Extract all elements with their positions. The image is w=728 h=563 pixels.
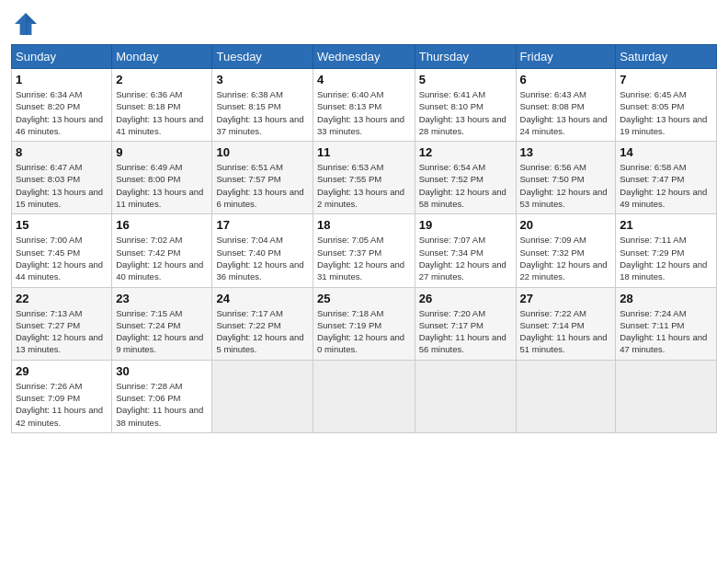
page-container: Sunday Monday Tuesday Wednesday Thursday… [0, 0, 728, 442]
table-row: 20Sunrise: 7:09 AMSunset: 7:32 PMDayligh… [516, 214, 616, 287]
table-row: 4Sunrise: 6:40 AMSunset: 8:13 PMDaylight… [313, 69, 415, 142]
day-number: 7 [620, 73, 712, 86]
table-row: 1Sunrise: 6:34 AMSunset: 8:20 PMDaylight… [12, 69, 112, 142]
calendar-week: 29Sunrise: 7:26 AMSunset: 7:09 PMDayligh… [12, 360, 717, 432]
calendar-week: 15Sunrise: 7:00 AMSunset: 7:45 PMDayligh… [12, 214, 717, 287]
day-info: Sunrise: 6:45 AMSunset: 8:05 PMDaylight:… [620, 88, 712, 137]
table-row: 25Sunrise: 7:18 AMSunset: 7:19 PMDayligh… [313, 287, 415, 360]
table-row: 2Sunrise: 6:36 AMSunset: 8:18 PMDaylight… [112, 69, 212, 142]
col-monday: Monday [112, 45, 212, 69]
day-info: Sunrise: 6:49 AMSunset: 8:00 PMDaylight:… [116, 161, 208, 210]
col-wednesday: Wednesday [313, 45, 415, 69]
col-thursday: Thursday [415, 45, 516, 69]
table-row: 19Sunrise: 7:07 AMSunset: 7:34 PMDayligh… [415, 214, 516, 287]
day-number: 14 [620, 145, 712, 159]
day-info: Sunrise: 6:47 AMSunset: 8:03 PMDaylight:… [16, 161, 108, 210]
calendar-week: 22Sunrise: 7:13 AMSunset: 7:27 PMDayligh… [12, 287, 717, 360]
day-info: Sunrise: 6:51 AMSunset: 7:57 PMDaylight:… [216, 161, 309, 210]
day-number: 2 [116, 73, 208, 86]
day-info: Sunrise: 6:53 AMSunset: 7:55 PMDaylight:… [317, 161, 411, 210]
day-number: 26 [419, 292, 512, 305]
table-row: 10Sunrise: 6:51 AMSunset: 7:57 PMDayligh… [212, 142, 313, 214]
day-info: Sunrise: 7:24 AMSunset: 7:11 PMDaylight:… [620, 307, 712, 356]
day-info: Sunrise: 6:34 AMSunset: 8:20 PMDaylight:… [16, 88, 108, 137]
day-info: Sunrise: 6:54 AMSunset: 7:52 PMDaylight:… [419, 161, 512, 210]
table-row: 26Sunrise: 7:20 AMSunset: 7:17 PMDayligh… [415, 287, 516, 360]
table-row: 11Sunrise: 6:53 AMSunset: 7:55 PMDayligh… [313, 142, 415, 214]
table-row [516, 360, 616, 432]
day-number: 16 [116, 218, 208, 232]
day-number: 13 [520, 145, 612, 159]
day-number: 23 [116, 292, 208, 305]
table-row: 5Sunrise: 6:41 AMSunset: 8:10 PMDaylight… [415, 69, 516, 142]
table-row: 29Sunrise: 7:26 AMSunset: 7:09 PMDayligh… [12, 360, 112, 432]
table-row: 6Sunrise: 6:43 AMSunset: 8:08 PMDaylight… [516, 69, 616, 142]
day-number: 4 [317, 73, 411, 86]
table-row: 30Sunrise: 7:28 AMSunset: 7:06 PMDayligh… [112, 360, 212, 432]
day-info: Sunrise: 6:56 AMSunset: 7:50 PMDaylight:… [520, 161, 612, 210]
day-number: 29 [16, 364, 108, 378]
day-number: 22 [16, 292, 108, 305]
day-number: 25 [317, 292, 411, 305]
day-info: Sunrise: 6:36 AMSunset: 8:18 PMDaylight:… [116, 88, 208, 137]
day-info: Sunrise: 6:38 AMSunset: 8:15 PMDaylight:… [216, 88, 309, 137]
table-row: 15Sunrise: 7:00 AMSunset: 7:45 PMDayligh… [12, 214, 112, 287]
calendar-week: 8Sunrise: 6:47 AMSunset: 8:03 PMDaylight… [12, 142, 717, 214]
day-number: 28 [620, 292, 712, 305]
table-row: 22Sunrise: 7:13 AMSunset: 7:27 PMDayligh… [12, 287, 112, 360]
day-info: Sunrise: 6:40 AMSunset: 8:13 PMDaylight:… [317, 88, 411, 137]
table-row: 7Sunrise: 6:45 AMSunset: 8:05 PMDaylight… [616, 69, 717, 142]
day-number: 17 [216, 218, 309, 232]
table-row: 27Sunrise: 7:22 AMSunset: 7:14 PMDayligh… [516, 287, 616, 360]
day-number: 5 [419, 73, 512, 86]
day-number: 1 [16, 73, 108, 86]
day-number: 8 [16, 145, 108, 159]
day-number: 12 [419, 145, 512, 159]
col-saturday: Saturday [616, 45, 717, 69]
day-info: Sunrise: 7:17 AMSunset: 7:22 PMDaylight:… [216, 307, 309, 356]
day-number: 15 [16, 218, 108, 232]
day-info: Sunrise: 7:13 AMSunset: 7:27 PMDaylight:… [16, 307, 108, 356]
day-info: Sunrise: 7:22 AMSunset: 7:14 PMDaylight:… [520, 307, 612, 356]
day-info: Sunrise: 7:05 AMSunset: 7:37 PMDaylight:… [317, 234, 411, 282]
day-number: 19 [419, 218, 512, 232]
day-info: Sunrise: 7:15 AMSunset: 7:24 PMDaylight:… [116, 307, 208, 356]
day-info: Sunrise: 7:04 AMSunset: 7:40 PMDaylight:… [216, 234, 309, 282]
table-row: 23Sunrise: 7:15 AMSunset: 7:24 PMDayligh… [112, 287, 212, 360]
day-number: 6 [520, 73, 612, 86]
day-info: Sunrise: 6:43 AMSunset: 8:08 PMDaylight:… [520, 88, 612, 137]
calendar-week: 1Sunrise: 6:34 AMSunset: 8:20 PMDaylight… [12, 69, 717, 142]
calendar-table: Sunday Monday Tuesday Wednesday Thursday… [11, 44, 717, 433]
day-info: Sunrise: 7:09 AMSunset: 7:32 PMDaylight:… [520, 234, 612, 282]
day-number: 18 [317, 218, 411, 232]
logo [11, 9, 44, 39]
day-info: Sunrise: 6:41 AMSunset: 8:10 PMDaylight:… [419, 88, 512, 137]
day-number: 27 [520, 292, 612, 305]
day-info: Sunrise: 7:28 AMSunset: 7:06 PMDaylight:… [116, 380, 208, 429]
table-row [313, 360, 415, 432]
day-number: 20 [520, 218, 612, 232]
table-row: 21Sunrise: 7:11 AMSunset: 7:29 PMDayligh… [616, 214, 717, 287]
header-row: Sunday Monday Tuesday Wednesday Thursday… [12, 45, 717, 69]
table-row: 14Sunrise: 6:58 AMSunset: 7:47 PMDayligh… [616, 142, 717, 214]
table-row: 17Sunrise: 7:04 AMSunset: 7:40 PMDayligh… [212, 214, 313, 287]
logo-icon [11, 9, 40, 39]
day-info: Sunrise: 6:58 AMSunset: 7:47 PMDaylight:… [620, 161, 712, 210]
table-row [415, 360, 516, 432]
day-info: Sunrise: 7:11 AMSunset: 7:29 PMDaylight:… [620, 234, 712, 282]
col-tuesday: Tuesday [212, 45, 313, 69]
day-number: 10 [216, 145, 309, 159]
day-number: 21 [620, 218, 712, 232]
day-number: 9 [116, 145, 208, 159]
table-row: 3Sunrise: 6:38 AMSunset: 8:15 PMDaylight… [212, 69, 313, 142]
header [11, 9, 717, 39]
table-row: 8Sunrise: 6:47 AMSunset: 8:03 PMDaylight… [12, 142, 112, 214]
table-row: 28Sunrise: 7:24 AMSunset: 7:11 PMDayligh… [616, 287, 717, 360]
col-friday: Friday [516, 45, 616, 69]
table-row: 13Sunrise: 6:56 AMSunset: 7:50 PMDayligh… [516, 142, 616, 214]
table-row: 9Sunrise: 6:49 AMSunset: 8:00 PMDaylight… [112, 142, 212, 214]
day-number: 30 [116, 364, 208, 378]
table-row: 24Sunrise: 7:17 AMSunset: 7:22 PMDayligh… [212, 287, 313, 360]
table-row: 16Sunrise: 7:02 AMSunset: 7:42 PMDayligh… [112, 214, 212, 287]
day-info: Sunrise: 7:18 AMSunset: 7:19 PMDaylight:… [317, 307, 411, 356]
